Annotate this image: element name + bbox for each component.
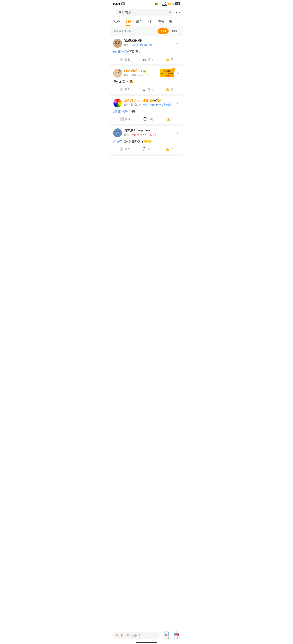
hashtag-4a[interactable]: #地震# — [113, 140, 123, 143]
clear-search-button[interactable]: × — [169, 10, 171, 14]
time-source-3: 刚刚 最后点赞 来自 小好的iPhone客户端 — [124, 103, 174, 106]
avatar-aoki-img — [113, 128, 122, 138]
hashtag-1[interactable]: #泉州地震# — [113, 50, 129, 54]
like-button-4[interactable]: 👍 赞 — [166, 147, 174, 151]
post-text-3: 卧槽 — [129, 110, 135, 113]
sort-time-button[interactable]: 时间 — [169, 28, 180, 34]
action-bar-3: ⬜ 转发 💬 评论 👍 1 — [113, 116, 180, 121]
post-header-3: 这个脑子不太冷静 👑🐼👑 刚刚 最后点赞 来自 小好的iPhone客户端 ∨ — [113, 98, 180, 108]
like-button-1[interactable]: 👍 赞 — [166, 58, 174, 62]
username-2[interactable]: Sissi希希CC 👑 — [124, 69, 158, 73]
status-bar: 00:20 34 🔕 ⚡ 17.0KB/S 📶 📡 88 — [110, 0, 183, 7]
svg-point-4 — [116, 43, 117, 44]
expand-button-2[interactable]: ∨ — [176, 71, 180, 75]
avatar-2[interactable]: 🎭 — [113, 69, 122, 78]
spiral-avatar-img — [113, 98, 122, 108]
post-source-1: 来自 iPhone客户端 — [132, 44, 152, 46]
fans-star-icon: ⭐ — [172, 68, 175, 71]
like-icon-1: 👍 — [166, 58, 170, 62]
data-speed: 17.0KB/S — [162, 2, 167, 6]
post-time-1: 刚刚 — [124, 44, 129, 46]
like-icon-2: 👍 — [166, 88, 170, 91]
search-input[interactable] — [119, 10, 167, 14]
tab-realtime[interactable]: 实时 — [123, 18, 133, 26]
search-bar[interactable]: × — [116, 8, 174, 16]
post-content-4: #地震#我草泉州地震了🙂🙂 — [113, 139, 180, 144]
tab-more-button[interactable]: + — [174, 18, 180, 26]
post-meta-4: 青木原Aokigahara 刚刚 来自 Redmi K60 至尊版 ∨ — [124, 128, 180, 136]
like-label-1: 赞 — [171, 58, 174, 62]
expand-button-4[interactable]: ∨ — [176, 130, 180, 135]
comment-button-4[interactable]: 💬 评论 — [142, 147, 153, 151]
like-label-2: 赞 — [171, 88, 174, 91]
svg-point-9 — [115, 74, 120, 77]
avatar-dog-img — [113, 39, 122, 48]
comment-icon-2: 💬 — [142, 88, 147, 91]
bluetooth-icon: ⚡ — [159, 3, 162, 5]
share-icon-4: ⬜ — [119, 147, 124, 151]
more-options-button[interactable]: ··· — [176, 10, 181, 15]
post-card-1: 我爱吃薯饼啊 刚刚 来自 iPhone客户端 ∨ #泉州地震#严重吗？ ⬜ 转发… — [110, 36, 183, 66]
share-button-2[interactable]: ⬜ 转发 — [119, 88, 130, 91]
comment-icon-4: 💬 — [142, 147, 147, 151]
like-icon-4: 👍 — [166, 147, 170, 151]
post-time-4: 刚刚 — [124, 133, 129, 136]
fan-badge-name: 喜若楠 — [164, 69, 170, 72]
comment-button-2[interactable]: 💬 评论 — [142, 88, 153, 91]
comment-button-3[interactable]: 💬 评论 — [143, 117, 154, 121]
share-button-3[interactable]: ⬜ 转发 — [120, 117, 130, 121]
hashtag-3[interactable]: #泉州地震# — [113, 110, 129, 113]
post-card-4: 青木原Aokigahara 刚刚 来自 Redmi K60 至尊版 ∨ #地震#… — [110, 126, 183, 156]
share-button-4[interactable]: ⬜ 转发 — [119, 147, 130, 151]
post-content-1: #泉州地震#严重吗？ — [113, 50, 180, 54]
tab-bar: 综合 实时 用户 关注 视频 图 + — [110, 18, 183, 26]
expand-button-3[interactable]: ∨ — [176, 100, 180, 105]
time-source-4: 刚刚 来自 Redmi K60 至尊版 — [124, 133, 174, 136]
avatar-4[interactable] — [113, 128, 122, 138]
battery-indicator: 88 — [175, 2, 180, 6]
search-header: ‹ × ··· — [110, 7, 183, 18]
post-text-4: 我草泉州地震了🙂🙂 — [123, 140, 152, 143]
post-card-3: 这个脑子不太冷静 👑🐼👑 刚刚 最后点赞 来自 小好的iPhone客户端 ∨ #… — [110, 96, 183, 126]
avatar-3[interactable] — [113, 98, 122, 108]
share-label-4: 转发 — [125, 148, 130, 151]
wifi-icon: 📶 — [168, 3, 171, 5]
notification-badge: 34 — [121, 2, 125, 5]
like-button-2[interactable]: 👍 赞 — [166, 88, 174, 91]
username-1[interactable]: 我爱吃薯饼啊 — [124, 39, 174, 43]
like-button-3[interactable]: 👍 1 — [167, 117, 173, 121]
expand-button-1[interactable]: ∨ — [176, 41, 180, 45]
comment-label-3: 评论 — [148, 118, 154, 121]
status-time: 00:20 — [113, 2, 120, 6]
comment-button-1[interactable]: 💬 评论 — [142, 58, 153, 62]
post-card-2: 🎭 Sissi希希CC 👑 刚刚 来自 iPhone 16 喜若楠 NO.003… — [110, 66, 183, 96]
sort-interaction-button[interactable]: 互动 — [158, 28, 169, 34]
username-4[interactable]: 青木原Aokigahara — [124, 128, 174, 132]
post-content-3: #泉州地震#卧槽 — [113, 109, 180, 114]
like-label-4: 赞 — [171, 148, 174, 151]
post-time-2: 刚刚 — [124, 74, 129, 77]
share-button-1[interactable]: ⬜ 转发 — [119, 58, 130, 62]
post-header-1: 我爱吃薯饼啊 刚刚 来自 iPhone客户端 ∨ — [113, 39, 180, 48]
fan-badge-2: 喜若楠 NO.0038009 ⭐ FANS — [160, 69, 174, 77]
tab-users[interactable]: 用户 — [133, 18, 144, 26]
post-last-like-3: 最后点赞 — [131, 103, 141, 106]
username-3[interactable]: 这个脑子不太冷静 👑🐼👑 — [124, 98, 174, 102]
post-meta-1: 我爱吃薯饼啊 刚刚 来自 iPhone客户端 ∨ — [124, 39, 180, 47]
like-count-3: 1 — [172, 118, 173, 121]
back-button[interactable]: ‹ — [112, 10, 114, 15]
tab-video[interactable]: 视频 — [155, 18, 166, 26]
tab-comprehensive[interactable]: 综合 — [112, 18, 123, 26]
tab-image[interactable]: 图 — [166, 18, 174, 26]
time-source-1: 刚刚 来自 iPhone客户端 — [124, 43, 174, 47]
comment-icon-1: 💬 — [142, 58, 147, 62]
svg-point-18 — [118, 132, 119, 132]
svg-point-5 — [118, 43, 119, 44]
share-label-2: 转发 — [125, 88, 130, 91]
comment-label-2: 评论 — [148, 88, 153, 91]
post-source-3: 来自 小好的iPhone客户端 — [143, 103, 171, 106]
avatar-1[interactable] — [113, 39, 122, 48]
svg-text:🎭: 🎭 — [119, 70, 122, 72]
tab-follow[interactable]: 关注 — [144, 18, 155, 26]
post-text-1: 严重吗？ — [129, 50, 141, 54]
